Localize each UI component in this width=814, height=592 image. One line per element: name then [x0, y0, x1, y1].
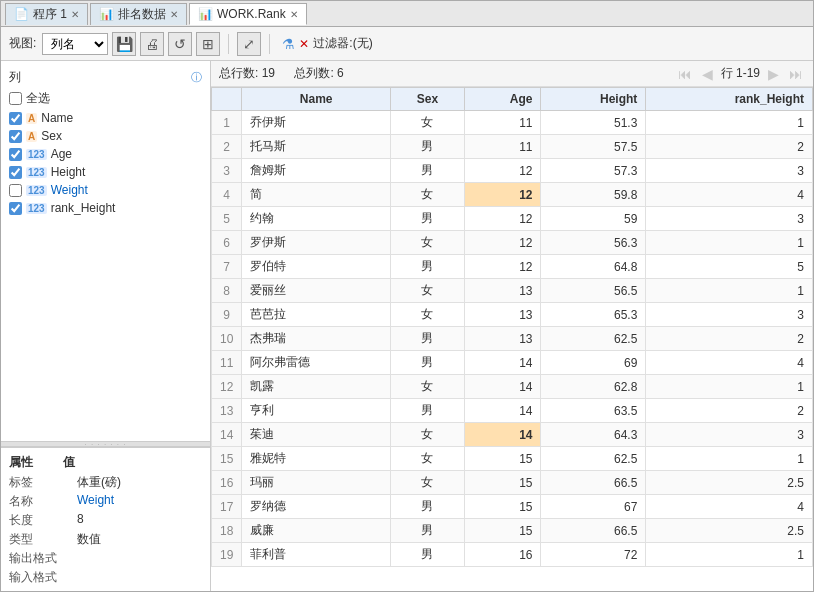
prop-label: 长度: [9, 512, 69, 529]
height-cell: 51.3: [541, 111, 646, 135]
table-row[interactable]: 13亨利男1463.52: [212, 399, 813, 423]
col-checkbox-Weight[interactable]: [9, 184, 22, 197]
total-cols-label: 总列数:: [294, 66, 333, 80]
tab-close-workrank[interactable]: ✕: [290, 9, 298, 20]
rank-height-cell: 2: [646, 327, 813, 351]
tab-close-program1[interactable]: ✕: [71, 9, 79, 20]
info-icon[interactable]: ⓘ: [191, 70, 202, 85]
filter-area: ⚗ ✕ 过滤器:(无): [282, 35, 372, 52]
name-cell: 玛丽: [242, 471, 391, 495]
table-row[interactable]: 5约翰男12593: [212, 207, 813, 231]
prop-label: 输出格式: [9, 550, 69, 567]
view-mode-select[interactable]: 列名 列标签: [42, 33, 108, 55]
save-btn[interactable]: 💾: [112, 32, 136, 56]
name-cell: 凯露: [242, 375, 391, 399]
col-checkbox-Age[interactable]: [9, 148, 22, 161]
height-cell: 66.5: [541, 471, 646, 495]
col-item-Weight[interactable]: 123Weight: [5, 181, 206, 199]
sex-cell: 女: [390, 375, 464, 399]
table-row[interactable]: 14茱迪女1464.33: [212, 423, 813, 447]
col-checkbox-Height[interactable]: [9, 166, 22, 179]
rank-height-cell: 4: [646, 183, 813, 207]
prop-row: 输入格式: [5, 568, 206, 587]
age-cell: 15: [464, 471, 541, 495]
tab-workrank[interactable]: 📊 WORK.Rank ✕: [189, 3, 307, 25]
table-row[interactable]: 17罗纳德男15674: [212, 495, 813, 519]
col-item-Height[interactable]: 123Height: [5, 163, 206, 181]
height-cell: 59.8: [541, 183, 646, 207]
age-cell: 15: [464, 495, 541, 519]
tab-bar: 📄 程序 1 ✕ 📊 排名数据 ✕ 📊 WORK.Rank ✕: [1, 1, 813, 27]
table-scroll[interactable]: NameSexAgeHeightrank_Height 1乔伊斯女1151.31…: [211, 87, 813, 591]
prop-rows: 标签体重(磅)名称Weight长度8类型数值输出格式输入格式: [5, 473, 206, 587]
height-cell: 62.8: [541, 375, 646, 399]
table-row[interactable]: 8爱丽丝女1356.51: [212, 279, 813, 303]
sex-cell: 男: [390, 351, 464, 375]
tab-label-program1: 程序 1: [33, 6, 67, 23]
table-row[interactable]: 4简女1259.84: [212, 183, 813, 207]
table-row[interactable]: 11阿尔弗雷德男14694: [212, 351, 813, 375]
total-rows-label: 总行数:: [219, 66, 258, 80]
table-row[interactable]: 6罗伊斯女1256.31: [212, 231, 813, 255]
table-btn[interactable]: ⊞: [196, 32, 220, 56]
tab-icon-rankdata: 📊: [99, 7, 114, 21]
col-header-Name: Name: [242, 88, 391, 111]
prop-row: 类型数值: [5, 530, 206, 549]
tab-close-rankdata[interactable]: ✕: [170, 9, 178, 20]
row-num-cell: 8: [212, 279, 242, 303]
col-checkbox-rank_Height[interactable]: [9, 202, 22, 215]
table-row[interactable]: 15雅妮特女1562.51: [212, 447, 813, 471]
col-item-Sex[interactable]: ASex: [5, 127, 206, 145]
col-item-rank_Height[interactable]: 123rank_Height: [5, 199, 206, 217]
nav-next-btn[interactable]: ▶: [766, 66, 781, 82]
age-cell: 14: [464, 423, 541, 447]
fullscreen-btn[interactable]: ⤢: [237, 32, 261, 56]
sex-cell: 男: [390, 399, 464, 423]
age-cell: 12: [464, 159, 541, 183]
col-checkbox-all[interactable]: [9, 92, 22, 105]
sex-cell: 男: [390, 159, 464, 183]
row-range: 行 1-19: [721, 65, 760, 82]
age-cell: 15: [464, 447, 541, 471]
age-cell: 12: [464, 207, 541, 231]
rank-height-cell: 1: [646, 231, 813, 255]
tab-rankdata[interactable]: 📊 排名数据 ✕: [90, 3, 187, 25]
data-nav: ⏮ ◀ 行 1-19 ▶ ⏭: [676, 65, 805, 82]
tab-program1[interactable]: 📄 程序 1 ✕: [5, 3, 88, 25]
data-stats: 总行数: 19 总列数: 6: [219, 65, 344, 82]
filter-clear-btn[interactable]: ✕: [299, 37, 309, 51]
table-row[interactable]: 1乔伊斯女1151.31: [212, 111, 813, 135]
table-row[interactable]: 12凯露女1462.81: [212, 375, 813, 399]
col-name-all: 全选: [26, 90, 50, 107]
nav-prev-btn[interactable]: ◀: [700, 66, 715, 82]
table-row[interactable]: 3詹姆斯男1257.33: [212, 159, 813, 183]
age-cell: 11: [464, 135, 541, 159]
nav-first-btn[interactable]: ⏮: [676, 66, 694, 82]
sex-cell: 男: [390, 543, 464, 567]
tab-icon-workrank: 📊: [198, 7, 213, 21]
age-cell: 12: [464, 231, 541, 255]
col-item-Name[interactable]: AName: [5, 109, 206, 127]
col-item-Age[interactable]: 123Age: [5, 145, 206, 163]
sex-cell: 女: [390, 231, 464, 255]
filter-text: 过滤器:(无): [313, 35, 372, 52]
name-cell: 亨利: [242, 399, 391, 423]
table-row[interactable]: 7罗伯特男1264.85: [212, 255, 813, 279]
col-type-icon-Name: A: [26, 113, 37, 124]
table-row[interactable]: 18威廉男1566.52.5: [212, 519, 813, 543]
col-checkbox-Name[interactable]: [9, 112, 22, 125]
table-row[interactable]: 10杰弗瑞男1362.52: [212, 327, 813, 351]
table-row[interactable]: 16玛丽女1566.52.5: [212, 471, 813, 495]
print-btn[interactable]: 🖨: [140, 32, 164, 56]
row-num-cell: 12: [212, 375, 242, 399]
prop-label: 输入格式: [9, 569, 69, 586]
age-cell: 15: [464, 519, 541, 543]
col-checkbox-Sex[interactable]: [9, 130, 22, 143]
table-row[interactable]: 2托马斯男1157.52: [212, 135, 813, 159]
col-item-all[interactable]: 全选: [5, 88, 206, 109]
refresh-btn[interactable]: ↺: [168, 32, 192, 56]
table-row[interactable]: 9芭芭拉女1365.33: [212, 303, 813, 327]
table-row[interactable]: 19菲利普男16721: [212, 543, 813, 567]
nav-last-btn[interactable]: ⏭: [787, 66, 805, 82]
tab-label-rankdata: 排名数据: [118, 6, 166, 23]
